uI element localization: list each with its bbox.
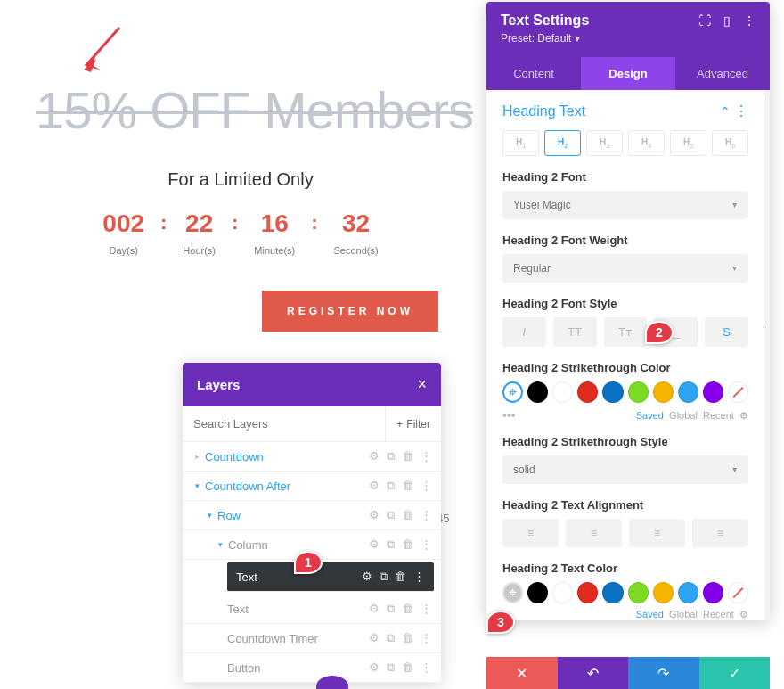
swatch-black[interactable] bbox=[527, 582, 548, 603]
search-input[interactable] bbox=[183, 406, 385, 441]
more-icon[interactable]: ⋮ bbox=[421, 508, 432, 522]
tab-h1[interactable]: H1 bbox=[502, 130, 539, 156]
swatch-purple[interactable] bbox=[703, 381, 723, 403]
gear-icon[interactable]: ⚙ bbox=[362, 570, 372, 584]
align-center[interactable]: ≡ bbox=[566, 519, 622, 547]
more-icon[interactable]: ⋮ bbox=[413, 570, 425, 584]
tab-h5[interactable]: H5 bbox=[670, 130, 706, 156]
more-icon[interactable]: ••• bbox=[502, 408, 516, 422]
align-left[interactable]: ≡ bbox=[502, 519, 559, 547]
duplicate-icon[interactable]: ⧉ bbox=[387, 508, 395, 522]
undo-button[interactable]: ↶ bbox=[558, 657, 629, 689]
tab-h3[interactable]: H3 bbox=[586, 130, 623, 156]
eyedropper-icon[interactable]: ⌖ bbox=[502, 381, 523, 403]
trash-icon[interactable]: 🗑 bbox=[402, 449, 413, 463]
swatch-yellow[interactable] bbox=[653, 582, 674, 603]
more-icon[interactable]: ⋮ bbox=[743, 13, 755, 28]
swatch-red[interactable] bbox=[577, 381, 598, 403]
saved-label[interactable]: Saved bbox=[636, 609, 664, 619]
swatch-none[interactable] bbox=[728, 381, 748, 403]
tab-h4[interactable]: H4 bbox=[628, 130, 665, 156]
swatch-black[interactable] bbox=[527, 381, 548, 403]
duplicate-icon[interactable]: ⧉ bbox=[387, 602, 395, 616]
more-icon[interactable]: ⋮ bbox=[734, 103, 748, 119]
layer-item-countdown-after[interactable]: ▾ Countdown After ⚙⧉🗑⋮ bbox=[183, 472, 441, 501]
swatch-green[interactable] bbox=[628, 381, 649, 403]
layer-item-text-active[interactable]: Text ⚙⧉🗑⋮ bbox=[227, 562, 434, 592]
swatch-red[interactable] bbox=[577, 582, 598, 603]
recent-label[interactable]: Recent bbox=[703, 609, 734, 619]
tab-advanced[interactable]: Advanced bbox=[675, 57, 770, 90]
trash-icon[interactable]: 🗑 bbox=[402, 508, 413, 522]
swatch-green[interactable] bbox=[628, 582, 649, 603]
gear-icon[interactable]: ⚙ bbox=[369, 479, 380, 493]
swatch-lightblue[interactable] bbox=[678, 381, 698, 403]
style-italic[interactable]: I bbox=[502, 317, 546, 347]
layer-item-button[interactable]: Button ⚙⧉🗑⋮ bbox=[183, 653, 441, 683]
gear-icon[interactable]: ⚙ bbox=[369, 602, 380, 616]
weight-select[interactable]: Regular bbox=[502, 254, 748, 283]
layer-item-row[interactable]: ▾ Row ⚙⧉🗑⋮ bbox=[183, 501, 441, 530]
gear-icon[interactable]: ⚙ bbox=[369, 537, 380, 552]
trash-icon[interactable]: 🗑 bbox=[402, 602, 413, 616]
swatch-yellow[interactable] bbox=[653, 381, 674, 403]
tab-h2[interactable]: H2 bbox=[544, 130, 581, 156]
gear-icon[interactable]: ⚙ bbox=[369, 449, 380, 463]
filter-button[interactable]: +Filter bbox=[385, 406, 441, 441]
trash-icon[interactable]: 🗑 bbox=[402, 631, 413, 645]
trash-icon[interactable]: 🗑 bbox=[402, 479, 413, 493]
more-icon[interactable]: ⋮ bbox=[421, 660, 432, 675]
gear-icon[interactable]: ⚙ bbox=[369, 631, 380, 645]
style-uppercase[interactable]: TT bbox=[553, 317, 597, 347]
swatch-white[interactable] bbox=[552, 582, 573, 603]
tab-h6[interactable]: H6 bbox=[712, 130, 748, 156]
more-icon[interactable]: ⋮ bbox=[421, 631, 432, 645]
duplicate-icon[interactable]: ⧉ bbox=[380, 570, 388, 584]
gear-icon[interactable]: ⚙ bbox=[369, 660, 380, 675]
duplicate-icon[interactable]: ⧉ bbox=[387, 537, 395, 552]
trash-icon[interactable]: 🗑 bbox=[402, 660, 413, 675]
cancel-button[interactable]: ✕ bbox=[486, 657, 558, 689]
expand-icon[interactable]: ⛶ bbox=[698, 13, 711, 28]
layer-item-countdown-timer[interactable]: Countdown Timer ⚙⧉🗑⋮ bbox=[183, 624, 441, 653]
style-strikethrough[interactable]: S bbox=[705, 317, 748, 347]
columns-icon[interactable]: ▯ bbox=[723, 13, 731, 28]
more-icon[interactable]: ⋮ bbox=[421, 479, 432, 493]
swatch-purple[interactable] bbox=[703, 582, 723, 603]
global-label[interactable]: Global bbox=[669, 410, 698, 421]
swatch-blue[interactable] bbox=[602, 582, 623, 603]
tab-content[interactable]: Content bbox=[486, 57, 581, 90]
align-justify[interactable]: ≡ bbox=[692, 519, 748, 547]
duplicate-icon[interactable]: ⧉ bbox=[387, 479, 395, 493]
style-smallcaps[interactable]: Tᴛ bbox=[604, 317, 648, 347]
gear-icon[interactable]: ⚙ bbox=[739, 609, 748, 619]
swatch-white[interactable] bbox=[552, 381, 573, 403]
swatch-blue[interactable] bbox=[602, 381, 623, 403]
more-icon[interactable]: ⋮ bbox=[421, 602, 432, 616]
layer-item-text[interactable]: Text ⚙⧉🗑⋮ bbox=[183, 595, 441, 624]
more-icon[interactable]: ⋮ bbox=[421, 449, 432, 463]
layer-item-countdown[interactable]: ▸ Countdown ⚙ ⧉ 🗑 ⋮ bbox=[183, 442, 441, 472]
font-select[interactable]: Yusei Magic bbox=[502, 191, 748, 219]
swatch-lightblue[interactable] bbox=[678, 582, 698, 603]
trash-icon[interactable]: 🗑 bbox=[395, 570, 406, 584]
duplicate-icon[interactable]: ⧉ bbox=[387, 631, 395, 645]
saved-label[interactable]: Saved bbox=[636, 410, 664, 421]
align-right[interactable]: ≡ bbox=[629, 519, 685, 547]
swatch-none[interactable] bbox=[728, 582, 748, 603]
more-icon[interactable]: ⋮ bbox=[421, 537, 432, 552]
global-label[interactable]: Global bbox=[669, 609, 698, 619]
preset-label[interactable]: Preset: Default ▾ bbox=[501, 32, 755, 45]
eyedropper-icon[interactable]: ⌖ bbox=[502, 582, 523, 603]
register-button[interactable]: REGISTER NOW bbox=[262, 291, 438, 332]
tab-design[interactable]: Design bbox=[581, 57, 675, 90]
duplicate-icon[interactable]: ⧉ bbox=[387, 449, 395, 463]
save-button[interactable]: ✓ bbox=[699, 657, 771, 689]
gear-icon[interactable]: ⚙ bbox=[739, 410, 748, 421]
gear-icon[interactable]: ⚙ bbox=[369, 508, 380, 522]
duplicate-icon[interactable]: ⧉ bbox=[387, 660, 395, 675]
redo-button[interactable]: ↷ bbox=[628, 657, 699, 689]
recent-label[interactable]: Recent bbox=[703, 410, 734, 421]
section-heading-text[interactable]: Heading Text ⌃ ⋮ bbox=[502, 103, 748, 119]
strike-style-select[interactable]: solid bbox=[502, 455, 748, 484]
